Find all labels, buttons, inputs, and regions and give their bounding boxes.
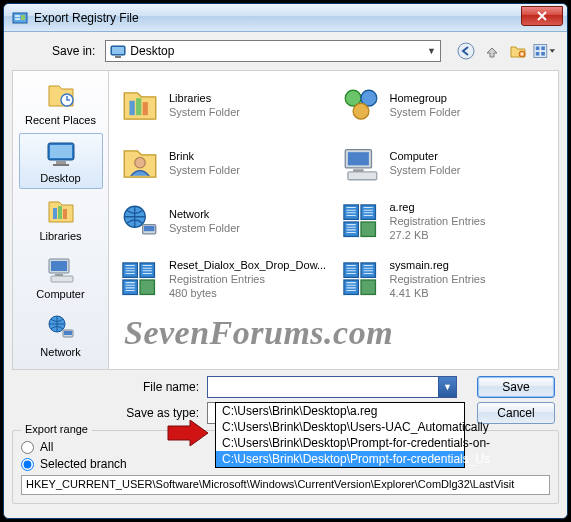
svg-rect-5 xyxy=(112,47,124,54)
places-item-computer[interactable]: Computer xyxy=(19,249,103,305)
svg-rect-37 xyxy=(347,152,368,165)
places-item-desktop[interactable]: Desktop xyxy=(19,133,103,189)
file-item[interactable]: a.reg Registration Entries27.2 KB xyxy=(338,195,551,249)
places-item-recent-places[interactable]: Recent Places xyxy=(19,75,103,131)
close-button[interactable] xyxy=(521,6,563,26)
svg-rect-31 xyxy=(143,102,148,115)
back-icon[interactable] xyxy=(455,40,477,62)
file-name: sysmain.reg xyxy=(390,259,486,273)
save-in-combo[interactable]: Desktop xyxy=(105,40,441,62)
svg-rect-3 xyxy=(21,15,25,20)
places-item-label: Recent Places xyxy=(20,114,102,126)
network-icon xyxy=(45,312,77,344)
toolbar-icons xyxy=(455,40,555,62)
places-item-label: Network xyxy=(20,346,102,358)
svg-rect-13 xyxy=(541,52,545,56)
export-registry-dialog: Export Registry File Save in: Desktop Re… xyxy=(3,3,568,519)
reg-icon xyxy=(340,201,382,243)
places-bar: Recent PlacesDesktopLibrariesComputerNet… xyxy=(13,71,109,369)
filename-history-dropdown[interactable]: C:\Users\Brink\Desktop\a.regC:\Users\Bri… xyxy=(215,402,465,468)
file-name: Computer xyxy=(390,150,461,164)
file-meta2: 480 bytes xyxy=(169,287,326,301)
svg-rect-23 xyxy=(51,261,67,271)
computer-icon xyxy=(340,143,382,185)
main-area: Recent PlacesDesktopLibrariesComputerNet… xyxy=(12,70,559,370)
file-meta: System Folder xyxy=(169,164,240,178)
svg-rect-20 xyxy=(58,206,62,219)
filename-input[interactable] xyxy=(208,380,438,394)
radio-all-input[interactable] xyxy=(21,441,34,454)
svg-rect-42 xyxy=(144,226,155,231)
svg-rect-30 xyxy=(136,98,141,115)
svg-rect-1 xyxy=(15,15,20,17)
file-name: Network xyxy=(169,208,240,222)
svg-point-34 xyxy=(353,103,369,119)
dialog-body: Save in: Desktop Recent PlacesDesktopLib… xyxy=(4,32,567,518)
file-list[interactable]: Libraries System Folder Homegroup System… xyxy=(109,71,558,369)
file-item[interactable]: Brink System Folder xyxy=(117,137,330,191)
history-option[interactable]: C:\Users\Brink\Desktop\Prompt-for-creden… xyxy=(216,435,464,451)
network-icon xyxy=(119,201,161,243)
view-menu-icon[interactable] xyxy=(533,40,555,62)
svg-rect-11 xyxy=(541,46,545,50)
save-button[interactable]: Save xyxy=(477,376,555,398)
save-as-type-label: Save as type: xyxy=(112,406,207,420)
recent-icon xyxy=(45,80,77,112)
libraries-icon xyxy=(45,196,77,228)
svg-rect-21 xyxy=(63,209,67,219)
svg-rect-28 xyxy=(64,331,72,335)
svg-rect-25 xyxy=(51,276,73,282)
lower-panel: File name: ▼ Save Save as type: Cancel C… xyxy=(12,376,559,424)
file-name: a.reg xyxy=(390,201,486,215)
filename-combo[interactable]: ▼ xyxy=(207,376,457,398)
window-title: Export Registry File xyxy=(34,11,521,25)
history-option[interactable]: C:\Users\Brink\Desktop\a.reg xyxy=(216,403,464,419)
desktop-icon xyxy=(110,43,126,59)
file-name: Libraries xyxy=(169,92,240,106)
save-in-label: Save in: xyxy=(52,44,95,58)
file-item[interactable]: Network System Folder xyxy=(117,195,330,249)
places-item-libraries[interactable]: Libraries xyxy=(19,191,103,247)
file-meta: Registration Entries xyxy=(390,215,486,229)
titlebar: Export Registry File xyxy=(4,4,567,32)
radio-selected-label: Selected branch xyxy=(40,457,127,471)
file-item[interactable]: sysmain.reg Registration Entries4.41 KB xyxy=(338,253,551,307)
computer-icon xyxy=(45,254,77,286)
file-meta: Registration Entries xyxy=(169,273,326,287)
svg-rect-2 xyxy=(15,18,20,20)
desktop-icon xyxy=(45,138,77,170)
file-item[interactable]: Homegroup System Folder xyxy=(338,79,551,133)
history-option[interactable]: C:\Users\Brink\Desktop\Prompt-for-creden… xyxy=(216,451,464,467)
svg-rect-50 xyxy=(140,280,154,294)
file-item[interactable]: Reset_Dialox_Box_Drop_Dow... Registratio… xyxy=(117,253,330,307)
file-name: Brink xyxy=(169,150,240,164)
places-item-label: Libraries xyxy=(20,230,102,242)
file-name: Homegroup xyxy=(390,92,461,106)
file-meta: System Folder xyxy=(169,106,240,120)
svg-rect-12 xyxy=(536,52,540,56)
svg-rect-10 xyxy=(536,46,540,50)
radio-selected-input[interactable] xyxy=(21,458,34,471)
up-icon[interactable] xyxy=(481,40,503,62)
places-item-network[interactable]: Network xyxy=(19,307,103,363)
branch-path-field[interactable]: HKEY_CURRENT_USER\Software\Microsoft\Win… xyxy=(21,475,550,495)
file-meta: Registration Entries xyxy=(390,273,486,287)
filename-label: File name: xyxy=(112,380,207,394)
svg-rect-18 xyxy=(53,164,69,166)
svg-rect-17 xyxy=(56,161,66,164)
export-range-legend: Export range xyxy=(21,423,92,435)
svg-rect-54 xyxy=(361,280,375,294)
new-folder-icon[interactable] xyxy=(507,40,529,62)
libraries-icon xyxy=(119,85,161,127)
save-in-bar: Save in: Desktop xyxy=(12,38,559,68)
reg-icon xyxy=(340,259,382,301)
file-item[interactable]: Computer System Folder xyxy=(338,137,551,191)
file-item[interactable]: Libraries System Folder xyxy=(117,79,330,133)
radio-all-label: All xyxy=(40,440,53,454)
svg-rect-29 xyxy=(130,101,135,115)
history-option[interactable]: C:\Users\Brink\Desktop\Users-UAC_Automat… xyxy=(216,419,464,435)
file-meta: System Folder xyxy=(169,222,240,236)
file-meta: System Folder xyxy=(390,106,461,120)
svg-rect-39 xyxy=(347,172,376,180)
filename-dropdown-arrow[interactable]: ▼ xyxy=(438,377,456,397)
